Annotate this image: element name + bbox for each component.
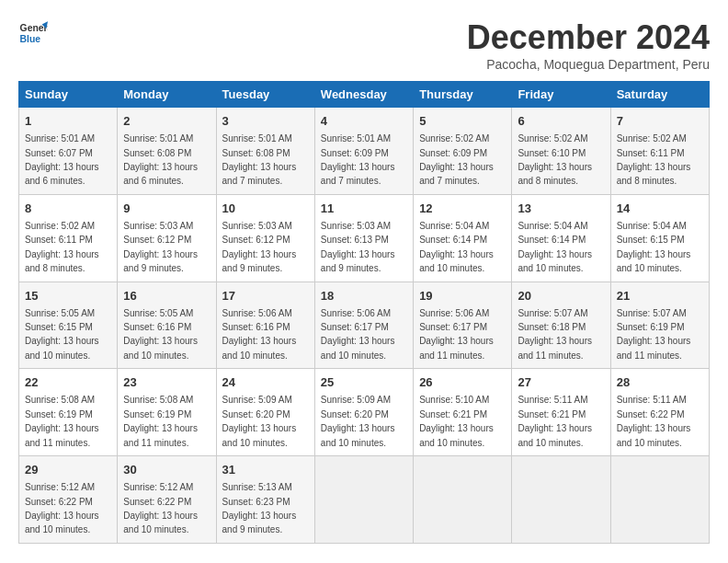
calendar-cell: 27 Sunrise: 5:11 AMSunset: 6:21 PMDaylig… (512, 369, 610, 456)
calendar-cell: 15 Sunrise: 5:05 AMSunset: 6:15 PMDaylig… (19, 282, 118, 369)
calendar-cell: 5 Sunrise: 5:02 AMSunset: 6:09 PMDayligh… (414, 108, 512, 195)
calendar-cell: 2 Sunrise: 5:01 AMSunset: 6:08 PMDayligh… (118, 108, 216, 195)
calendar-cell: 1 Sunrise: 5:01 AMSunset: 6:07 PMDayligh… (19, 108, 118, 195)
calendar-cell: 22 Sunrise: 5:08 AMSunset: 6:19 PMDaylig… (19, 369, 118, 456)
month-title: December 2024 (467, 18, 710, 57)
cell-info: Sunrise: 5:08 AMSunset: 6:19 PMDaylight:… (25, 395, 99, 447)
logo-icon: General Blue (18, 18, 48, 48)
day-header-sunday: Sunday (19, 82, 118, 108)
day-number: 3 (222, 113, 309, 130)
calendar-cell: 19 Sunrise: 5:06 AMSunset: 6:17 PMDaylig… (414, 282, 512, 369)
calendar-cell: 14 Sunrise: 5:04 AMSunset: 6:15 PMDaylig… (610, 194, 709, 282)
cell-info: Sunrise: 5:04 AMSunset: 6:14 PMDaylight:… (419, 221, 494, 273)
calendar-cell: 21 Sunrise: 5:07 AMSunset: 6:19 PMDaylig… (610, 282, 709, 369)
cell-info: Sunrise: 5:02 AMSunset: 6:11 PMDaylight:… (25, 221, 99, 273)
cell-info: Sunrise: 5:09 AMSunset: 6:20 PMDaylight:… (321, 395, 395, 447)
cell-info: Sunrise: 5:01 AMSunset: 6:09 PMDaylight:… (321, 133, 395, 186)
day-number: 28 (617, 374, 703, 391)
cell-info: Sunrise: 5:01 AMSunset: 6:08 PMDaylight:… (123, 133, 198, 186)
cell-info: Sunrise: 5:10 AMSunset: 6:21 PMDaylight:… (419, 395, 494, 447)
cell-info: Sunrise: 5:12 AMSunset: 6:22 PMDaylight:… (25, 482, 99, 534)
day-number: 23 (123, 374, 210, 391)
day-header-monday: Monday (118, 82, 216, 108)
location-subtitle: Pacocha, Moquegua Department, Peru (467, 57, 710, 72)
day-number: 24 (222, 374, 309, 391)
calendar-cell: 4 Sunrise: 5:01 AMSunset: 6:09 PMDayligh… (314, 108, 413, 195)
calendar-cell: 9 Sunrise: 5:03 AMSunset: 6:12 PMDayligh… (118, 194, 216, 282)
week-row-3: 15 Sunrise: 5:05 AMSunset: 6:15 PMDaylig… (19, 282, 710, 369)
day-number: 14 (617, 201, 703, 217)
title-area: December 2024 Pacocha, Moquegua Departme… (467, 18, 710, 72)
day-number: 5 (419, 113, 506, 130)
day-number: 18 (321, 288, 407, 304)
calendar-cell: 16 Sunrise: 5:05 AMSunset: 6:16 PMDaylig… (118, 282, 216, 369)
svg-text:Blue: Blue (20, 34, 41, 44)
cell-info: Sunrise: 5:06 AMSunset: 6:17 PMDaylight:… (321, 308, 395, 361)
cell-info: Sunrise: 5:04 AMSunset: 6:15 PMDaylight:… (617, 221, 691, 273)
day-number: 11 (321, 201, 407, 217)
cell-info: Sunrise: 5:11 AMSunset: 6:21 PMDaylight:… (518, 395, 592, 447)
calendar-cell: 31 Sunrise: 5:13 AMSunset: 6:23 PMDaylig… (216, 456, 314, 544)
week-row-2: 8 Sunrise: 5:02 AMSunset: 6:11 PMDayligh… (19, 194, 710, 282)
week-row-5: 29 Sunrise: 5:12 AMSunset: 6:22 PMDaylig… (19, 456, 710, 544)
cell-info: Sunrise: 5:03 AMSunset: 6:13 PMDaylight:… (321, 221, 395, 273)
days-header-row: SundayMondayTuesdayWednesdayThursdayFrid… (19, 82, 710, 108)
cell-info: Sunrise: 5:02 AMSunset: 6:11 PMDaylight:… (617, 133, 691, 186)
calendar-cell: 18 Sunrise: 5:06 AMSunset: 6:17 PMDaylig… (314, 282, 413, 369)
day-number: 2 (123, 113, 210, 130)
day-number: 17 (222, 288, 309, 304)
cell-info: Sunrise: 5:03 AMSunset: 6:12 PMDaylight:… (123, 221, 198, 273)
calendar-cell: 8 Sunrise: 5:02 AMSunset: 6:11 PMDayligh… (19, 194, 118, 282)
cell-info: Sunrise: 5:02 AMSunset: 6:10 PMDaylight:… (518, 133, 592, 186)
cell-info: Sunrise: 5:01 AMSunset: 6:07 PMDaylight:… (25, 133, 99, 186)
cell-info: Sunrise: 5:02 AMSunset: 6:09 PMDaylight:… (419, 133, 494, 186)
calendar-cell: 24 Sunrise: 5:09 AMSunset: 6:20 PMDaylig… (216, 369, 314, 456)
day-number: 20 (518, 288, 604, 304)
logo: General Blue (18, 18, 48, 48)
calendar-cell: 28 Sunrise: 5:11 AMSunset: 6:22 PMDaylig… (610, 369, 709, 456)
week-row-1: 1 Sunrise: 5:01 AMSunset: 6:07 PMDayligh… (19, 108, 710, 195)
calendar-cell: 3 Sunrise: 5:01 AMSunset: 6:08 PMDayligh… (216, 108, 314, 195)
cell-info: Sunrise: 5:13 AMSunset: 6:23 PMDaylight:… (222, 482, 297, 534)
cell-info: Sunrise: 5:06 AMSunset: 6:16 PMDaylight:… (222, 308, 297, 361)
day-header-tuesday: Tuesday (216, 82, 314, 108)
calendar-cell: 6 Sunrise: 5:02 AMSunset: 6:10 PMDayligh… (512, 108, 610, 195)
cell-info: Sunrise: 5:05 AMSunset: 6:16 PMDaylight:… (123, 308, 198, 361)
cell-info: Sunrise: 5:12 AMSunset: 6:22 PMDaylight:… (123, 482, 198, 534)
day-number: 21 (617, 288, 703, 304)
day-number: 13 (518, 201, 604, 217)
calendar-cell (414, 456, 512, 544)
day-header-friday: Friday (512, 82, 610, 108)
calendar-cell (314, 456, 413, 544)
calendar-cell: 17 Sunrise: 5:06 AMSunset: 6:16 PMDaylig… (216, 282, 314, 369)
cell-info: Sunrise: 5:06 AMSunset: 6:17 PMDaylight:… (419, 308, 494, 361)
day-number: 15 (25, 288, 111, 304)
calendar-cell: 7 Sunrise: 5:02 AMSunset: 6:11 PMDayligh… (610, 108, 709, 195)
calendar-cell (512, 456, 610, 544)
calendar-cell: 11 Sunrise: 5:03 AMSunset: 6:13 PMDaylig… (314, 194, 413, 282)
calendar-cell: 20 Sunrise: 5:07 AMSunset: 6:18 PMDaylig… (512, 282, 610, 369)
day-number: 22 (25, 374, 111, 391)
day-header-saturday: Saturday (610, 82, 709, 108)
calendar-cell (610, 456, 709, 544)
cell-info: Sunrise: 5:05 AMSunset: 6:15 PMDaylight:… (25, 308, 99, 361)
header: General Blue December 2024 Pacocha, Moqu… (18, 18, 710, 72)
day-number: 31 (222, 462, 309, 478)
day-number: 1 (25, 113, 111, 130)
day-number: 12 (419, 201, 506, 217)
day-number: 7 (617, 113, 703, 130)
day-number: 16 (123, 288, 210, 304)
cell-info: Sunrise: 5:07 AMSunset: 6:18 PMDaylight:… (518, 308, 592, 361)
calendar-cell: 30 Sunrise: 5:12 AMSunset: 6:22 PMDaylig… (118, 456, 216, 544)
day-number: 29 (25, 462, 111, 478)
day-number: 27 (518, 374, 604, 391)
calendar-cell: 23 Sunrise: 5:08 AMSunset: 6:19 PMDaylig… (118, 369, 216, 456)
cell-info: Sunrise: 5:07 AMSunset: 6:19 PMDaylight:… (617, 308, 691, 361)
calendar-cell: 12 Sunrise: 5:04 AMSunset: 6:14 PMDaylig… (414, 194, 512, 282)
calendar-cell: 29 Sunrise: 5:12 AMSunset: 6:22 PMDaylig… (19, 456, 118, 544)
calendar-cell: 13 Sunrise: 5:04 AMSunset: 6:14 PMDaylig… (512, 194, 610, 282)
cell-info: Sunrise: 5:09 AMSunset: 6:20 PMDaylight:… (222, 395, 297, 447)
cell-info: Sunrise: 5:08 AMSunset: 6:19 PMDaylight:… (123, 395, 198, 447)
cell-info: Sunrise: 5:04 AMSunset: 6:14 PMDaylight:… (518, 221, 592, 273)
week-row-4: 22 Sunrise: 5:08 AMSunset: 6:19 PMDaylig… (19, 369, 710, 456)
